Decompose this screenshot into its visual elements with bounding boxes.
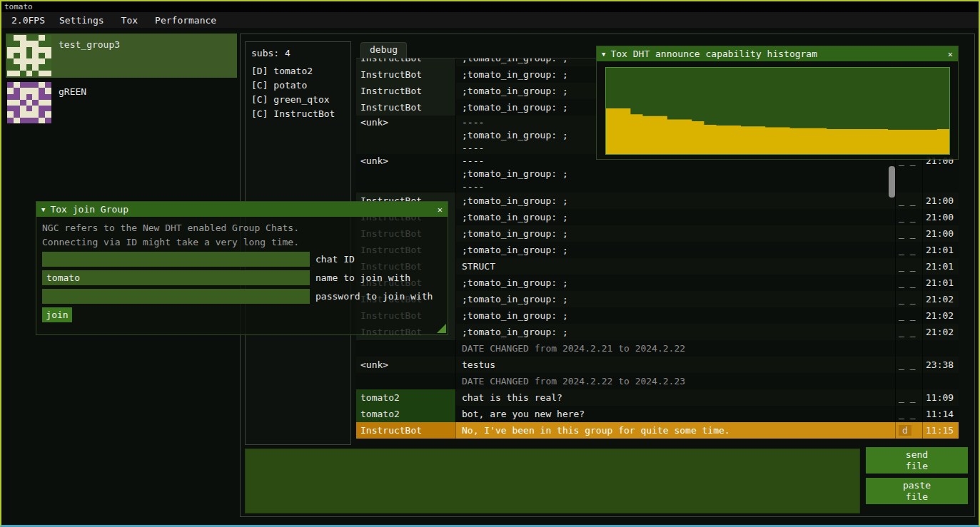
message-time: 21:01	[923, 275, 959, 291]
menu-performance[interactable]: Performance	[146, 13, 225, 28]
message-input[interactable]	[245, 449, 860, 513]
messages-scrollbar[interactable]	[889, 166, 895, 198]
join-info: NGC refers to the New DHT enabled Group …	[42, 221, 299, 250]
join-password-label: password to join with	[315, 289, 433, 304]
delivery-flags: _ _	[896, 307, 923, 324]
delivery-flags: _ _	[896, 275, 923, 291]
message-time: 21:00	[923, 209, 959, 225]
close-icon[interactable]: ✕	[948, 49, 953, 59]
delivery-flags: _ _	[896, 389, 923, 406]
member-item[interactable]: [C] potato	[251, 78, 345, 93]
delivery-flags: _ _	[896, 209, 923, 225]
message-text: DATE CHANGED from 2024.2.22 to 2024.2.23	[456, 373, 896, 389]
tab-debug[interactable]: debug	[360, 42, 407, 58]
message-text: ;tomato_in_group: ;	[456, 291, 896, 307]
chat-id-input[interactable]	[42, 252, 310, 267]
message-time: 21:00	[923, 225, 959, 242]
message-text: STRUCT	[456, 258, 896, 275]
group-sidebar: test_group3 gREEN	[3, 31, 240, 126]
member-item[interactable]: [C] green_qtox	[251, 93, 345, 107]
send-file-button[interactable]: send file	[866, 447, 968, 474]
join-name-input[interactable]	[42, 270, 310, 285]
message-time: 21:00	[923, 154, 959, 193]
message-text: ;tomato_in_group: ;	[456, 307, 896, 324]
histogram-plot	[605, 67, 950, 155]
join-name-label: name to join with	[315, 270, 410, 285]
join-password-row: password to join with	[42, 289, 433, 304]
close-icon[interactable]: ✕	[438, 205, 443, 215]
collapse-arrow-icon[interactable]: ▼	[602, 51, 605, 58]
message-row[interactable]: <unk>testus_ _23:38	[356, 357, 959, 373]
message-time	[923, 373, 959, 389]
sender-name: tomato2	[356, 406, 456, 422]
resize-grip[interactable]	[437, 324, 446, 333]
delivery-flags: _ _	[896, 154, 923, 193]
message-time: 21:02	[923, 291, 959, 307]
message-text: ;tomato_in_group: ;	[456, 225, 896, 242]
delivery-flags: _ _	[896, 258, 923, 275]
message-text: testus	[456, 357, 896, 373]
delivery-flags: _ _	[896, 225, 923, 242]
paste-file-button[interactable]: paste file	[866, 478, 968, 504]
sender-name	[356, 373, 456, 389]
message-time: 11:09	[923, 389, 959, 406]
message-text: ;tomato_in_group: ;	[456, 275, 896, 291]
sidebar-item-green[interactable]: gREEN	[6, 81, 237, 125]
sender-name: InstructBot	[356, 422, 456, 439]
fps-counter: 2.0FPS	[6, 13, 51, 28]
chat-id-label: chat ID	[315, 252, 355, 267]
message-text: DATE CHANGED from 2024.2.21 to 2024.2.22	[456, 340, 896, 357]
message-row[interactable]: <unk>---- ;tomato_in_group: ; ----_ _21:…	[356, 154, 959, 193]
join-button[interactable]: join	[42, 307, 72, 322]
delivery-flags: _ _	[896, 242, 923, 258]
sender-name: <unk>	[356, 116, 456, 154]
message-time: 11:14	[923, 406, 959, 422]
delivery-flags	[896, 373, 923, 389]
message-time: 21:00	[923, 193, 959, 209]
member-item[interactable]: [C] InstructBot	[251, 107, 345, 121]
delivery-flags: _ _	[896, 406, 923, 422]
delivery-flags: d	[896, 422, 923, 439]
message-time: 23:38	[923, 357, 959, 373]
window-title: tomato	[4, 2, 33, 11]
group-name: test_group3	[59, 39, 120, 76]
system-row[interactable]: DATE CHANGED from 2024.2.22 to 2024.2.23	[356, 373, 959, 389]
histogram-window-header: ▼ Tox DHT announce capability histogram …	[597, 46, 958, 61]
message-text: chat is this real?	[456, 389, 896, 406]
dht-histogram-window: ▼ Tox DHT announce capability histogram …	[596, 46, 959, 160]
sender-name: InstructBot	[356, 66, 456, 83]
message-text: ---- ;tomato_in_group: ; ----	[456, 154, 896, 193]
member-item[interactable]: [D] tomato2	[251, 64, 345, 78]
message-row[interactable]: InstructBotNo, I've been in this group f…	[356, 422, 959, 439]
join-window-header: ▼ Tox join Group ✕	[36, 202, 448, 217]
group-avatar	[7, 35, 51, 76]
join-group-window: ▼ Tox join Group ✕ NGC refers to the New…	[36, 201, 448, 335]
sender-name: <unk>	[356, 357, 456, 373]
menubar: 2.0FPS Settings Tox Performance	[1, 12, 979, 29]
message-time: 11:15	[923, 422, 959, 439]
histogram-window-title: Tox DHT announce capability histogram	[610, 48, 942, 59]
collapse-arrow-icon[interactable]: ▼	[41, 206, 45, 213]
menu-tox[interactable]: Tox	[113, 13, 146, 28]
message-row[interactable]: tomato2bot, are you new here?_ _11:14	[356, 406, 959, 422]
message-time: 21:01	[923, 258, 959, 275]
delivery-flags: _ _	[896, 357, 923, 373]
histogram-area	[606, 68, 949, 154]
join-password-input[interactable]	[42, 289, 310, 304]
subs-count: subs: 4	[251, 47, 345, 60]
system-row[interactable]: DATE CHANGED from 2024.2.21 to 2024.2.22	[356, 340, 959, 357]
message-text: ;tomato_in_group: ;	[456, 193, 896, 209]
sender-name: InstructBot	[356, 83, 456, 99]
tab-label: debug	[370, 44, 398, 55]
message-text: ;tomato_in_group: ;	[456, 324, 896, 340]
delivery-flags: _ _	[896, 291, 923, 307]
join-window-title: Tox join Group	[50, 204, 432, 215]
titlebar: tomato	[1, 1, 979, 12]
sidebar-item-test-group3[interactable]: test_group3	[6, 34, 237, 78]
message-time: 21:01	[923, 242, 959, 258]
group-name: gREEN	[59, 86, 86, 123]
menu-settings[interactable]: Settings	[51, 13, 113, 28]
message-row[interactable]: tomato2chat is this real?_ _11:09	[356, 389, 959, 406]
app-window: tomato 2.0FPS Settings Tox Performance t…	[0, 0, 980, 527]
chat-id-row: chat ID	[42, 252, 355, 267]
